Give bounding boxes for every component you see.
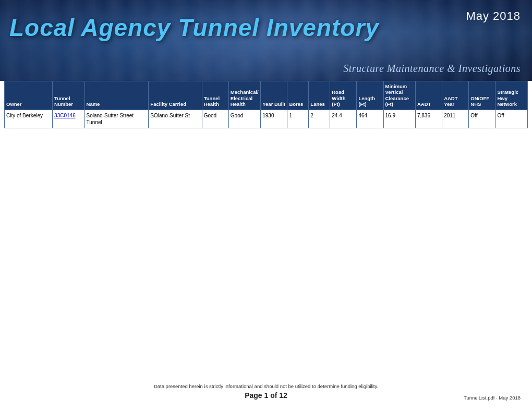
col-header-lanes: Lanes <box>309 81 330 110</box>
cell-bores: 1 <box>287 110 309 128</box>
cell-tunnel_num[interactable]: 33C0146 <box>53 110 84 128</box>
col-header-owner: Owner <box>5 81 53 110</box>
header-subtitle: Structure Maintenance & Investigations <box>343 63 521 75</box>
cell-strategic: Off <box>495 110 528 128</box>
tunnel-table-container: Owner TunnelNumber Name Facility Carried… <box>0 81 532 128</box>
cell-year_built: 1930 <box>261 110 287 128</box>
col-header-tunnel-num: TunnelNumber <box>53 81 84 110</box>
cell-tunnel_h: Good <box>202 110 228 128</box>
col-header-tunnel-h: TunnelHealth <box>202 81 228 110</box>
table-header-row: Owner TunnelNumber Name Facility Carried… <box>5 81 528 110</box>
cell-min_vert: 16.9 <box>383 110 415 128</box>
col-header-road-width: RoadWidth (Ft) <box>330 81 357 110</box>
col-header-facility: Facility Carried <box>149 81 202 110</box>
page-header: May 2018 Local Agency Tunnel Inventory S… <box>0 0 532 81</box>
col-header-mech-elec: Mechanical/ElectricalHealth <box>228 81 260 110</box>
header-date: May 2018 <box>466 9 521 23</box>
cell-facility: SOlano-Sutter St <box>149 110 202 128</box>
footer-filename: TunnelList.pdf · May 2018 <box>464 395 521 401</box>
cell-mech_elec: Good <box>228 110 260 128</box>
cell-owner: City of Berkeley <box>5 110 53 128</box>
cell-on_off: Off <box>469 110 495 128</box>
cell-lanes: 2 <box>309 110 330 128</box>
table-body: City of Berkeley33C0146Solano-Sutter Str… <box>5 110 528 128</box>
col-header-on-off: ON/OFFNHS <box>469 81 495 110</box>
col-header-length: Length(Ft) <box>357 81 383 110</box>
col-header-name: Name <box>84 81 149 110</box>
col-header-min-vert: MinimumVerticalClearance(Ft) <box>383 81 415 110</box>
tunnel-inventory-table: Owner TunnelNumber Name Facility Carried… <box>4 81 528 128</box>
col-header-bores: Bores <box>287 81 309 110</box>
cell-aadt_year: 2011 <box>442 110 469 128</box>
cell-length: 464 <box>357 110 383 128</box>
table-row: City of Berkeley33C0146Solano-Sutter Str… <box>5 110 528 128</box>
page-title: Local Agency Tunnel Inventory <box>9 15 379 41</box>
col-header-year-built: Year Built <box>261 81 287 110</box>
footer-disclaimer: Data presented herein is strictly inform… <box>0 383 532 389</box>
col-header-strategic: StrategicHwyNetwork <box>495 81 528 110</box>
cell-road_width: 24.4 <box>330 110 357 128</box>
cell-aadt: 7,836 <box>415 110 442 128</box>
footer-page-number: Page 1 of 12 <box>0 391 532 400</box>
cell-name: Solano-Sutter Street Tunnel <box>84 110 149 128</box>
tunnel-number-link[interactable]: 33C0146 <box>54 113 76 118</box>
col-header-aadt: AADT <box>415 81 442 110</box>
page-footer: Data presented herein is strictly inform… <box>0 383 532 401</box>
col-header-aadt-year: AADTYear <box>442 81 469 110</box>
